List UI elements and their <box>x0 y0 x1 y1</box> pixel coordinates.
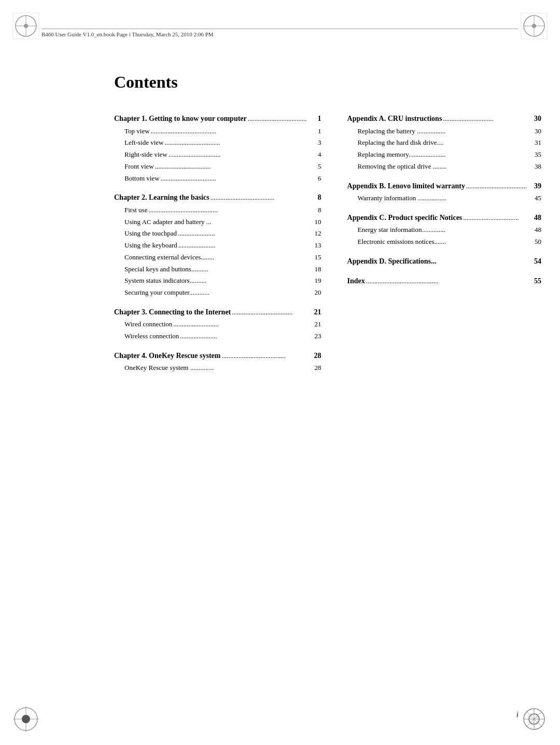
toc-fill: ................................... <box>247 113 307 125</box>
list-item: Removing the optical drive ........38 <box>347 161 542 173</box>
list-item: Appendix C. Product specific Notices....… <box>347 212 542 225</box>
toc-label: System status indicators.......... <box>124 275 206 287</box>
toc-fill: .................................... <box>231 307 306 319</box>
toc-page-number: 28 <box>307 362 321 374</box>
toc-fill: ...................................... <box>220 350 306 362</box>
toc-label: Warranty information ................. <box>358 192 446 204</box>
toc-page-number: 1 <box>307 113 321 126</box>
toc-container: Chapter 1. Getting to know your computer… <box>114 113 487 374</box>
toc-label: Chapter 4. OneKey Rescue system <box>114 350 220 363</box>
toc-fill: ............................... <box>167 149 307 161</box>
toc-label: Appendix B. Lenovo limited warranty <box>347 180 466 193</box>
list-item: Chapter 1. Getting to know your computer… <box>114 113 321 126</box>
list-item: Energy star information..............48 <box>347 224 542 236</box>
toc-label: Wired connection <box>124 319 172 330</box>
toc-page-number: 13 <box>307 240 321 252</box>
list-item: Top view................................… <box>114 126 321 137</box>
toc-label: Right-side view <box>124 149 167 161</box>
list-item: Electronic emissions notices.......50 <box>347 236 542 248</box>
toc-label: Electronic emissions notices....... <box>358 236 446 248</box>
toc-page-number: 5 <box>307 161 321 173</box>
toc-fill: ........................................… <box>365 275 527 287</box>
toc-label: Replacing memory...................... <box>358 149 446 161</box>
toc-label: Front view <box>124 161 154 173</box>
list-item: Warranty information .................45 <box>347 192 542 204</box>
svg-point-3 <box>24 24 28 28</box>
toc-page-number: 39 <box>527 180 541 193</box>
list-item: Replacing the hard disk drive....31 <box>347 137 542 149</box>
list-item: Index...................................… <box>347 275 542 288</box>
toc-page-number: 8 <box>307 191 321 204</box>
toc-page-number: 30 <box>527 126 541 137</box>
toc-page-number: 4 <box>307 149 321 161</box>
toc-page-number: 20 <box>307 287 321 299</box>
corner-mark-bl <box>10 703 41 735</box>
toc-page-number: 30 <box>527 113 541 126</box>
toc-fill: ........................... <box>172 319 306 330</box>
toc-label: First use <box>124 204 147 216</box>
toc-fill: ................................. <box>154 161 307 173</box>
toc-label: Bottom view <box>124 173 160 185</box>
list-item: Appendix B. Lenovo limited warranty.....… <box>347 180 542 193</box>
svg-point-13 <box>22 715 30 723</box>
toc-page-number: 31 <box>527 137 541 149</box>
toc-page-number: 54 <box>527 255 541 268</box>
toc-label: Special keys and buttons.......... <box>124 264 208 275</box>
toc-fill: ................................. <box>163 137 306 149</box>
toc-fill: .............................. <box>442 113 527 125</box>
page-number-footer: i <box>516 711 519 719</box>
list-item: Right-side view.........................… <box>114 149 321 161</box>
list-item: Chapter 3. Connecting to the Internet...… <box>114 306 321 319</box>
list-item: Bottom view.............................… <box>114 173 321 185</box>
toc-page-number: 45 <box>527 192 541 204</box>
toc-label: Replacing the hard disk drive.... <box>358 137 444 149</box>
corner-mark-tl <box>10 10 41 42</box>
header-text: B460 User Guide V1.0_en.book Page i Thur… <box>41 31 214 37</box>
svg-point-8 <box>532 24 536 28</box>
toc-label: Replacing the battery ................. <box>358 126 446 137</box>
toc-fill: .................................... <box>465 181 527 192</box>
header-bar: B460 User Guide V1.0_en.book Page i Thur… <box>41 29 519 37</box>
toc-page-number: 15 <box>307 252 321 264</box>
toc-left: Chapter 1. Getting to know your computer… <box>114 113 321 374</box>
toc-label: Top view <box>124 126 150 137</box>
toc-label: Chapter 2. Learning the basics <box>114 191 209 204</box>
list-item: System status indicators..........19 <box>114 275 321 287</box>
toc-page-number: 50 <box>527 236 541 248</box>
list-item: Front view..............................… <box>114 161 321 173</box>
toc-label: OneKey Rescue system .............. <box>124 362 214 374</box>
toc-label: Appendix D. Specifications... <box>347 255 437 268</box>
toc-page-number: 48 <box>527 212 541 225</box>
toc-label: Connecting external devices........ <box>124 252 214 264</box>
toc-label: Appendix C. Product specific Notices <box>347 212 463 225</box>
toc-fill: ...................................... <box>209 192 307 204</box>
toc-page-number: 6 <box>307 173 321 185</box>
list-item: Chapter 4. OneKey Rescue system.........… <box>114 350 321 363</box>
list-item: First use...............................… <box>114 204 321 216</box>
toc-label: Appendix A. CRU instructions <box>347 113 442 126</box>
toc-fill: ................................. <box>160 173 307 185</box>
list-item: Securing your computer............20 <box>114 287 321 299</box>
toc-fill: ................................. <box>462 212 527 224</box>
list-item: Chapter 2. Learning the basics..........… <box>114 191 321 204</box>
list-item: Wired connection........................… <box>114 319 321 330</box>
toc-right: Appendix A. CRU instructions............… <box>347 113 542 374</box>
toc-fill: ...................... <box>177 228 306 240</box>
list-item: Using AC adapter and battery ...10 <box>114 216 321 228</box>
toc-fill: ...................... <box>177 240 307 252</box>
toc-label: Wireless connection <box>124 330 179 342</box>
page: B460 User Guide V1.0_en.book Page i Thur… <box>0 0 560 745</box>
toc-page-number: 55 <box>527 275 541 288</box>
list-item: Using the touchpad......................… <box>114 228 321 240</box>
toc-page-number: 12 <box>307 228 321 240</box>
corner-mark-tr <box>519 10 550 42</box>
list-item: Appendix D. Specifications...54 <box>347 255 542 268</box>
toc-label: Securing your computer............ <box>124 287 209 299</box>
toc-label: Chapter 3. Connecting to the Internet <box>114 306 231 319</box>
toc-page-number: 38 <box>527 161 541 173</box>
toc-page-number: 35 <box>527 149 541 161</box>
toc-page-number: 28 <box>307 350 321 363</box>
toc-label: Using AC adapter and battery ... <box>124 216 212 228</box>
list-item: Connecting external devices........15 <box>114 252 321 264</box>
corner-mark-br <box>519 703 550 735</box>
